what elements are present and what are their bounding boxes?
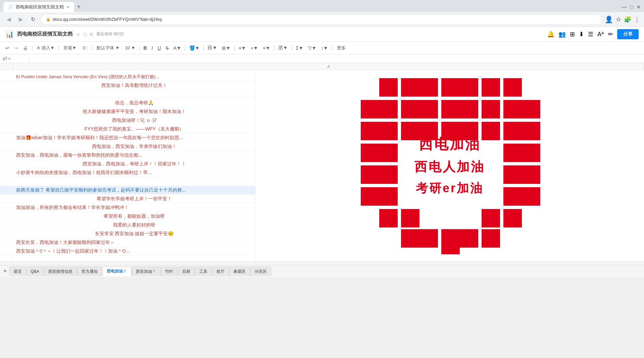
minimize-icon[interactable]: — <box>622 4 627 10</box>
svg-rect-40 <box>361 187 379 206</box>
tab-xidian-cheer[interactable]: 西电加油！ <box>102 267 131 276</box>
decimal-btn[interactable]: .0 : <box>80 44 90 51</box>
close-window-icon[interactable]: ✕ <box>637 4 641 10</box>
left-content-area: El Pueblo Unido Jamas Sera Vencido (En V… <box>0 70 255 261</box>
font-size-icon[interactable]: Aᴬ <box>597 31 604 38</box>
row-number-header <box>0 63 13 69</box>
merge-button[interactable]: ⊞▼ <box>220 44 233 52</box>
insert-row-button[interactable]: +▼ <box>249 44 260 52</box>
tab-xian-cheer[interactable]: 西安加油！ <box>132 267 160 276</box>
sort-button[interactable]: ↕▼ <box>319 44 330 52</box>
svg-rect-7 <box>401 100 419 118</box>
tab-home-area[interactable]: 家庭区 <box>229 267 250 276</box>
svg-rect-42 <box>379 209 398 227</box>
svg-rect-43 <box>503 209 522 227</box>
bottom-tab-bar: + 留言 Q&A 西安疫情信息 官方通知 西电加油！ 西安加油！ 竹叶 后厨 工… <box>0 265 644 277</box>
strikethrough-button[interactable]: S̶ <box>164 44 171 52</box>
redo-button[interactable]: ↪ <box>12 44 20 52</box>
doc-header: 📊 西电南校区疫情互助文档 ☆ □ ⊙ 最近保存 06:52 🔔 👥 ⊞ ⬇ ☰… <box>0 27 644 42</box>
folder-icon[interactable]: □ <box>84 32 86 37</box>
extensions-icon[interactable]: 🧩 <box>624 16 631 23</box>
svg-rect-1 <box>401 78 419 97</box>
svg-rect-27 <box>419 78 438 97</box>
svg-rect-8 <box>419 100 438 118</box>
comment-icon[interactable]: ✏ <box>608 31 613 38</box>
add-sheet-button[interactable]: + <box>1 268 9 275</box>
tab-bamboo[interactable]: 竹叶 <box>161 267 178 276</box>
reload-button[interactable]: ↻ <box>28 15 38 24</box>
filter-button[interactable]: ▽▼ <box>306 44 318 52</box>
list-item: 徐总，底总考研🙏 <box>0 99 255 107</box>
font-color-button[interactable]: A▼ <box>171 44 183 52</box>
menu-icon[interactable]: ☰ <box>588 31 593 38</box>
browser-menu-icon[interactable]: ⋮ <box>634 16 640 23</box>
svg-rect-46 <box>441 229 460 248</box>
svg-rect-18 <box>361 165 379 184</box>
col-a-header: A <box>13 63 644 69</box>
list-item: 小炒黄牛肉给肉夹馍加油，西电加油！祝我哥们期末顺利过！早... <box>0 168 255 177</box>
address-bar-row: ◀ ▶ ↻ 🔒 docs.qq.com/sheet/DWmttV0hZbFFYQ… <box>0 12 644 27</box>
address-input[interactable]: 🔒 docs.qq.com/sheet/DWmttV0hZbFFYQmWV?ta… <box>40 14 602 25</box>
profile-icon[interactable]: 👤 <box>605 15 613 23</box>
svg-rect-2 <box>460 78 478 97</box>
heart-graphic: 西电加油 西电人加油 考研er加油 <box>352 71 547 259</box>
tab-QA[interactable]: Q&A <box>27 267 44 276</box>
share-button[interactable]: 分享 <box>617 29 639 39</box>
svg-rect-0 <box>379 78 398 97</box>
svg-rect-29 <box>379 122 398 140</box>
tab-kitchen[interactable]: 后厨 <box>178 267 195 276</box>
download-icon[interactable]: ⬇ <box>579 31 584 38</box>
svg-rect-21 <box>503 187 522 206</box>
font-size-btn[interactable]: 10 ▼ <box>123 44 137 51</box>
insert-button[interactable]: ⊕ 插入▼ <box>35 44 56 52</box>
fill-color-button[interactable]: 🪣▼ <box>187 44 202 52</box>
users-icon[interactable]: 👥 <box>558 31 566 38</box>
doc-icon: 📊 <box>5 30 14 38</box>
svg-rect-41 <box>522 187 540 206</box>
undo-button[interactable]: ↩ <box>3 44 11 52</box>
list-item: El Pueblo Unido Jamas Sera Vencido (En V… <box>0 72 255 81</box>
tab-zone[interactable]: 分区区 <box>250 267 271 276</box>
svg-rect-36 <box>379 144 398 162</box>
back-button[interactable]: ◀ <box>4 15 13 24</box>
italic-button[interactable]: I <box>150 44 155 52</box>
edit-toolbar: ↩ ↪ 🖨 | ⊕ 插入▼ | 常规▼ .0 : | 默认字体 ▼ 10 ▼ |… <box>0 42 644 54</box>
heart-text-line-2: 西电人加油 <box>414 157 485 176</box>
tab-tools[interactable]: 工具 <box>195 267 212 276</box>
align-button[interactable]: ≡▼ <box>237 44 248 52</box>
tab-xian-info[interactable]: 西安疫情信息 <box>44 267 77 276</box>
svg-rect-6 <box>379 100 398 118</box>
grid-icon[interactable]: ⊞ <box>570 31 575 38</box>
tab-official[interactable]: 官方通知 <box>77 267 102 276</box>
format-normal[interactable]: 常规▼ <box>61 44 79 52</box>
wrap-button[interactable]: ≡▼ <box>261 44 272 52</box>
tab-front[interactable]: 前厅 <box>212 267 229 276</box>
forward-button[interactable]: ▶ <box>16 15 26 24</box>
svg-rect-25 <box>460 229 478 248</box>
tab-bar: 📄 西电南校区疫情互助文档 ✕ + — □ ✕ <box>0 0 644 12</box>
tab-close-icon[interactable]: ✕ <box>66 5 69 9</box>
font-family-btn[interactable]: 默认字体 ▼ <box>94 44 122 52</box>
svg-rect-5 <box>361 100 379 118</box>
active-tab[interactable]: 📄 西电南校区疫情互助文档 ✕ <box>3 2 74 12</box>
freeze-button[interactable]: 囝▼ <box>276 44 290 52</box>
maximize-icon[interactable]: □ <box>631 4 633 10</box>
svg-rect-16 <box>361 144 379 162</box>
new-tab-button[interactable]: + <box>77 3 81 11</box>
list-item: 西安加油，西电加油，愿每一份真挚和热忱的热爱与信念都... <box>0 151 255 160</box>
bell-icon[interactable]: 🔔 <box>547 31 554 38</box>
h-scrollbar[interactable] <box>0 261 644 265</box>
more-button[interactable]: 更多 <box>334 44 348 52</box>
star-icon[interactable]: ☆ <box>76 32 80 37</box>
tab-留言[interactable]: 留言 <box>9 267 26 276</box>
underline-button[interactable]: U <box>156 44 163 52</box>
bold-button[interactable]: B <box>142 44 149 52</box>
border-button[interactable]: 田▼ <box>206 44 219 52</box>
bookmark-icon[interactable]: ☆ <box>616 16 621 23</box>
svg-rect-14 <box>361 122 379 140</box>
list-item: 祝大家健健康康平平安安，考研加油！期末加油！ <box>0 107 255 116</box>
sum-button[interactable]: Σ▼ <box>294 44 305 52</box>
print-button[interactable]: 🖨 <box>21 44 30 52</box>
list-item: 西电加油呀！ʕ(; ∪ ·)ʔ <box>0 116 255 125</box>
tab-title: 西电南校区疫情互助文档 <box>16 4 64 10</box>
